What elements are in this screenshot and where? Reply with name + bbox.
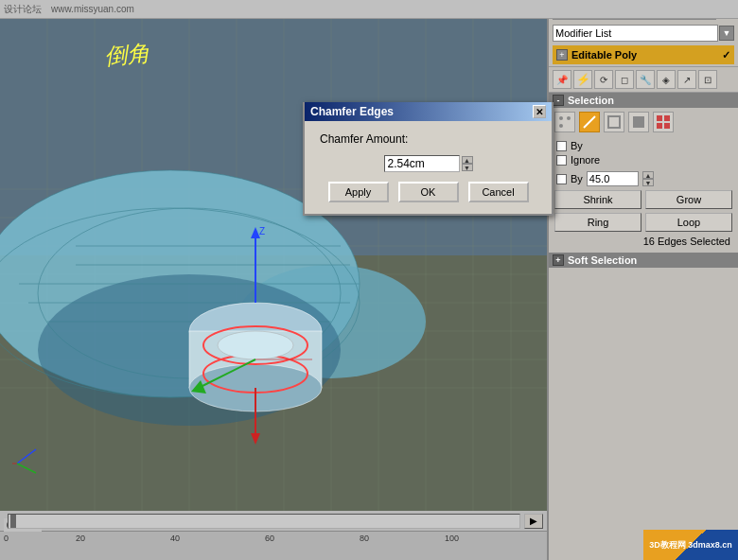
polygon-icon[interactable] (628, 112, 649, 132)
extra-icon-1[interactable]: ◈ (657, 70, 676, 89)
handwritten-annotation: 倒角 (103, 38, 151, 72)
loop-button[interactable]: Loop (645, 213, 732, 232)
timeline-mark-60: 60 (265, 534, 274, 543)
motion-icon[interactable]: ⟳ (594, 70, 613, 89)
top-bar-text: 设计论坛 (4, 3, 42, 16)
by-value-input[interactable] (587, 171, 639, 186)
chamfer-ok-button[interactable]: OK (398, 182, 459, 202)
by-checkbox[interactable] (556, 141, 567, 151)
editable-poly-label: Editable Poly (571, 49, 637, 61)
top-bar: 设计论坛 www.missyuan.com (0, 0, 738, 19)
by-value-spin-down[interactable]: ▼ (642, 179, 654, 186)
svg-line-52 (584, 116, 595, 128)
display-icon[interactable]: ◻ (615, 70, 634, 89)
viewport-grid: Z (0, 19, 547, 511)
by-label: By (571, 140, 583, 151)
soft-selection-expand-icon[interactable]: + (553, 254, 564, 266)
svg-rect-54 (633, 116, 644, 128)
by-value-checkbox[interactable] (556, 174, 567, 184)
svg-rect-58 (664, 123, 670, 129)
soft-selection-label: Soft Selection (568, 254, 637, 266)
timeline-mark-40: 40 (170, 534, 180, 543)
top-bar-url: www.missyuan.com (51, 4, 134, 14)
timeline-mark-80: 80 (360, 534, 369, 543)
selection-section: - Selection (549, 93, 738, 249)
watermark: 3D教程网 3dmax8.cn (643, 530, 738, 560)
by-value-spin-up[interactable]: ▲ (642, 171, 654, 179)
timeline-top: 0 / 100 ▶ (0, 511, 547, 532)
chamfer-spinner[interactable]: ▲ ▼ (462, 156, 473, 171)
hierarchy-icon[interactable]: ⚡ (573, 70, 592, 89)
timeline-mark-100: 100 (445, 534, 459, 543)
pin-icon[interactable]: 📌 (553, 70, 571, 89)
chamfer-amount-label: Chamfer Amount: (320, 132, 408, 146)
edge-icon[interactable] (579, 112, 600, 132)
selection-collapse-icon[interactable]: - (553, 95, 564, 106)
chamfer-buttons: Apply OK Cancel (328, 182, 529, 202)
timeline-mark-20: 20 (76, 534, 85, 543)
editable-poly-expand-icon[interactable]: + (556, 49, 568, 61)
chamfer-spin-down[interactable]: ▼ (462, 164, 473, 171)
vertex-icon[interactable] (554, 112, 575, 132)
border-icon[interactable] (604, 112, 624, 132)
timeline-forward-button[interactable]: ▶ (524, 514, 543, 529)
by-value-spinner[interactable]: ▲ ▼ (642, 171, 654, 186)
ignore-label: Ignore (571, 154, 600, 166)
chamfer-dialog: Chamfer Edges ✕ Chamfer Amount: ▲ ▼ Appl… (303, 102, 554, 216)
selection-section-header[interactable]: - Selection (549, 93, 738, 108)
by-value-label: By (571, 173, 583, 184)
ring-button[interactable]: Ring (554, 213, 641, 232)
svg-point-50 (567, 116, 571, 120)
editable-poly-row[interactable]: + Editable Poly ✓ (553, 45, 734, 64)
extra-icon-3[interactable]: ⊡ (698, 70, 717, 89)
edges-selected-label: 16 Edges Selected (549, 234, 738, 249)
by-checkbox-row: By (556, 140, 730, 151)
selection-icons-row (549, 108, 738, 136)
chamfer-title: Chamfer Edges (310, 105, 394, 118)
editable-poly-check-icon: ✓ (722, 49, 730, 61)
shrink-button[interactable]: Shrink (554, 190, 641, 209)
soft-selection-section: + Soft Selection (549, 253, 738, 268)
shrink-grow-row: Shrink Grow (549, 188, 738, 211)
chamfer-cancel-button[interactable]: Cancel (468, 182, 529, 202)
chamfer-input-row: ▲ ▼ (384, 155, 473, 172)
svg-point-49 (559, 116, 563, 120)
grow-button[interactable]: Grow (645, 190, 732, 209)
timeline-marks: 0 20 40 60 80 100 (0, 532, 547, 560)
modifier-list-dropdown-arrow[interactable]: ▼ (719, 26, 734, 41)
svg-point-51 (559, 124, 563, 128)
timeline-scrubber[interactable] (8, 514, 520, 529)
toolbar-icons-row: 📌 ⚡ ⟳ ◻ 🔧 ◈ ↗ ⊡ (549, 66, 738, 93)
chamfer-body: Chamfer Amount: ▲ ▼ Apply OK Cancel (305, 121, 552, 214)
svg-rect-55 (657, 115, 662, 121)
utilities-icon[interactable]: 🔧 (636, 70, 655, 89)
watermark-text: 3D教程网 3dmax8.cn (649, 539, 732, 551)
by-value-row: By ▲ ▼ (549, 169, 738, 188)
timeline-mark-0: 0 (4, 534, 9, 543)
right-panel: ▼ + Editable Poly ✓ 📌 ⚡ ⟳ ◻ 🔧 ◈ ↗ ⊡ - Se… (547, 0, 738, 560)
svg-rect-56 (664, 115, 670, 121)
chamfer-spin-up[interactable]: ▲ (462, 156, 473, 164)
chamfer-amount-input[interactable] (384, 155, 460, 172)
ring-loop-row: Ring Loop (549, 211, 738, 234)
timeline-area: 0 / 100 ▶ 0 20 40 60 80 100 (0, 511, 547, 560)
element-icon[interactable] (653, 112, 674, 132)
ignore-checkbox[interactable] (556, 155, 567, 166)
checkboxes-area: By Ignore (549, 136, 738, 169)
svg-rect-57 (657, 123, 662, 129)
svg-point-37 (218, 331, 293, 359)
modifier-list-input[interactable] (553, 25, 718, 42)
svg-rect-53 (608, 116, 620, 128)
svg-text:Z: Z (259, 226, 265, 236)
chamfer-close-button[interactable]: ✕ (533, 105, 546, 118)
ignore-checkbox-row: Ignore (556, 154, 730, 166)
chamfer-apply-button[interactable]: Apply (328, 182, 389, 202)
selection-header-label: Selection (568, 95, 614, 106)
chamfer-titlebar: Chamfer Edges ✕ (305, 102, 552, 121)
soft-selection-header[interactable]: + Soft Selection (549, 253, 738, 268)
extra-icon-2[interactable]: ↗ (677, 70, 696, 89)
modifier-list-row: ▼ (549, 23, 738, 44)
viewport: Z 倒角 (0, 19, 547, 511)
